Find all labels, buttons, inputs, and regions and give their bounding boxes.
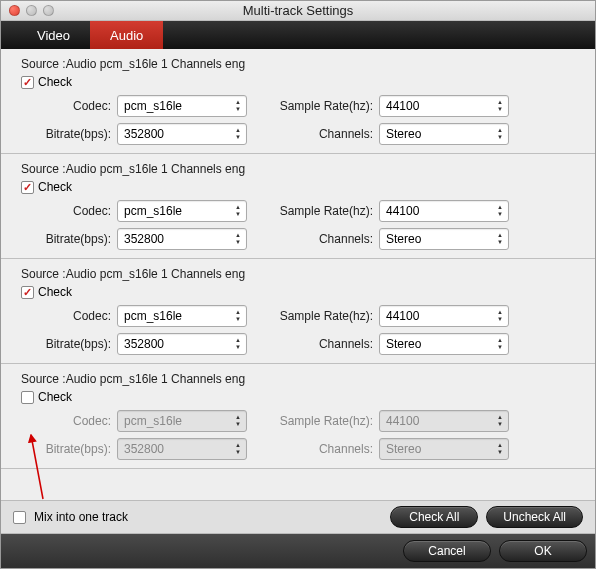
codec-input[interactable]: [117, 410, 247, 432]
channels-label: Channels:: [253, 337, 373, 351]
source-label: Source :Audio pcm_s16le 1 Channels eng: [21, 370, 575, 390]
codec-input[interactable]: [117, 305, 247, 327]
samplerate-select[interactable]: ▲▼: [379, 95, 509, 117]
channels-label: Channels:: [253, 127, 373, 141]
samplerate-label: Sample Rate(hz):: [253, 99, 373, 113]
codec-label: Codec:: [21, 414, 111, 428]
tracks-panel: Source :Audio pcm_s16le 1 Channels eng✓C…: [1, 49, 595, 500]
track-checkbox[interactable]: ✓: [21, 181, 34, 194]
window-title: Multi-track Settings: [1, 3, 595, 18]
check-all-button[interactable]: Check All: [390, 506, 478, 528]
cancel-button[interactable]: Cancel: [403, 540, 491, 562]
footer-actions: Cancel OK: [1, 534, 595, 568]
audio-track: Source :Audio pcm_s16le 1 Channels engCh…: [1, 364, 595, 469]
bitrate-label: Bitrate(bps):: [21, 232, 111, 246]
track-checkbox[interactable]: ✓: [21, 286, 34, 299]
ok-button[interactable]: OK: [499, 540, 587, 562]
codec-select[interactable]: ▲▼: [117, 200, 247, 222]
track-checkbox[interactable]: ✓: [21, 76, 34, 89]
bitrate-label: Bitrate(bps):: [21, 442, 111, 456]
source-label: Source :Audio pcm_s16le 1 Channels eng: [21, 55, 575, 75]
codec-select[interactable]: ▲▼: [117, 95, 247, 117]
samplerate-select[interactable]: ▲▼: [379, 410, 509, 432]
channels-select[interactable]: ▲▼: [379, 333, 509, 355]
check-label: Check: [38, 390, 72, 404]
settings-window: Multi-track Settings Video Audio Source …: [0, 0, 596, 569]
track-checkbox[interactable]: [21, 391, 34, 404]
codec-label: Codec:: [21, 99, 111, 113]
tab-audio[interactable]: Audio: [90, 21, 163, 49]
bitrate-select[interactable]: ▲▼: [117, 333, 247, 355]
source-label: Source :Audio pcm_s16le 1 Channels eng: [21, 265, 575, 285]
channels-label: Channels:: [253, 232, 373, 246]
bitrate-label: Bitrate(bps):: [21, 337, 111, 351]
channels-select[interactable]: ▲▼: [379, 123, 509, 145]
samplerate-label: Sample Rate(hz):: [253, 309, 373, 323]
samplerate-select[interactable]: ▲▼: [379, 200, 509, 222]
mix-checkbox[interactable]: [13, 511, 26, 524]
samplerate-input[interactable]: [379, 305, 509, 327]
bitrate-input[interactable]: [117, 333, 247, 355]
samplerate-input[interactable]: [379, 410, 509, 432]
bitrate-select[interactable]: ▲▼: [117, 123, 247, 145]
channels-input[interactable]: [379, 228, 509, 250]
codec-label: Codec:: [21, 204, 111, 218]
bitrate-input[interactable]: [117, 438, 247, 460]
samplerate-input[interactable]: [379, 95, 509, 117]
bitrate-select[interactable]: ▲▼: [117, 228, 247, 250]
tab-bar: Video Audio: [1, 21, 595, 49]
samplerate-select[interactable]: ▲▼: [379, 305, 509, 327]
codec-input[interactable]: [117, 200, 247, 222]
channels-select[interactable]: ▲▼: [379, 438, 509, 460]
samplerate-label: Sample Rate(hz):: [253, 414, 373, 428]
titlebar: Multi-track Settings: [1, 1, 595, 21]
zoom-icon[interactable]: [43, 5, 54, 16]
codec-select[interactable]: ▲▼: [117, 410, 247, 432]
codec-input[interactable]: [117, 95, 247, 117]
mix-label: Mix into one track: [34, 510, 128, 524]
channels-select[interactable]: ▲▼: [379, 228, 509, 250]
codec-select[interactable]: ▲▼: [117, 305, 247, 327]
channels-input[interactable]: [379, 123, 509, 145]
check-label: Check: [38, 180, 72, 194]
check-label: Check: [38, 285, 72, 299]
check-label: Check: [38, 75, 72, 89]
bitrate-input[interactable]: [117, 123, 247, 145]
footer-options: Mix into one track Check All Uncheck All: [1, 500, 595, 534]
window-controls: [9, 5, 54, 16]
minimize-icon[interactable]: [26, 5, 37, 16]
codec-label: Codec:: [21, 309, 111, 323]
channels-input[interactable]: [379, 438, 509, 460]
tab-video[interactable]: Video: [17, 21, 90, 49]
audio-track: Source :Audio pcm_s16le 1 Channels eng✓C…: [1, 49, 595, 154]
close-icon[interactable]: [9, 5, 20, 16]
bitrate-label: Bitrate(bps):: [21, 127, 111, 141]
uncheck-all-button[interactable]: Uncheck All: [486, 506, 583, 528]
bitrate-select[interactable]: ▲▼: [117, 438, 247, 460]
samplerate-input[interactable]: [379, 200, 509, 222]
audio-track: Source :Audio pcm_s16le 1 Channels eng✓C…: [1, 154, 595, 259]
channels-label: Channels:: [253, 442, 373, 456]
channels-input[interactable]: [379, 333, 509, 355]
bitrate-input[interactable]: [117, 228, 247, 250]
audio-track: Source :Audio pcm_s16le 1 Channels eng✓C…: [1, 259, 595, 364]
source-label: Source :Audio pcm_s16le 1 Channels eng: [21, 160, 575, 180]
samplerate-label: Sample Rate(hz):: [253, 204, 373, 218]
